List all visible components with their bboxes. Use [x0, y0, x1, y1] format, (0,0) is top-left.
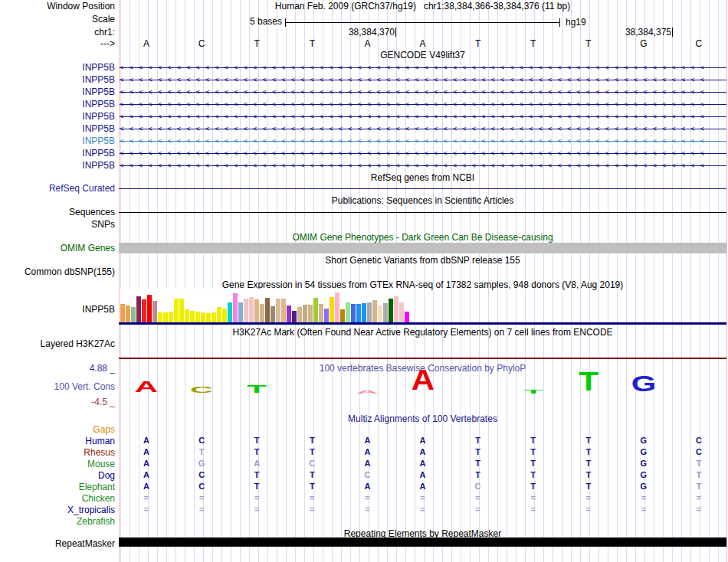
gtex-bar[interactable] — [265, 298, 270, 322]
gencode-transcript-row[interactable]: <<<<<<<<<<<<<<<<<<<<<<<<<<<<<<<<<<<<<<<<… — [120, 87, 726, 97]
sequences-feature-line[interactable] — [119, 212, 726, 213]
gtex-bar[interactable] — [313, 298, 318, 322]
gtex-bar[interactable] — [163, 312, 168, 322]
gtex-bar[interactable] — [362, 303, 366, 322]
gtex-bar[interactable] — [378, 306, 382, 322]
gtex-baseline[interactable] — [119, 322, 726, 325]
gtex-bar[interactable] — [389, 299, 393, 322]
gtex-bar[interactable] — [238, 302, 243, 322]
gtex-bar[interactable] — [340, 309, 345, 322]
gtex-bar[interactable] — [271, 306, 275, 322]
omim-gene-bar[interactable] — [119, 243, 726, 253]
multiz-species-label[interactable]: Human — [0, 436, 115, 446]
gencode-transcript-label[interactable]: INPP5B — [0, 75, 115, 85]
gtex-bar[interactable] — [142, 299, 146, 322]
gtex-bar[interactable] — [346, 302, 350, 322]
gtex-bar[interactable] — [179, 299, 184, 322]
base-letter: G — [628, 39, 659, 49]
refseq-gene-line[interactable] — [119, 188, 726, 189]
gtex-bar[interactable] — [254, 299, 259, 322]
gtex-bar[interactable] — [292, 311, 297, 322]
gtex-bar[interactable] — [330, 297, 334, 322]
gencode-transcript-row[interactable]: <<<<<<<<<<<<<<<<<<<<<<<<<<<<<<<<<<<<<<<<… — [120, 136, 726, 146]
gencode-transcript-label[interactable]: INPP5B — [0, 149, 115, 158]
dbsnp-track-label[interactable]: Common dbSNP(155) — [0, 267, 115, 277]
gtex-bar[interactable] — [185, 309, 189, 322]
gtex-bar[interactable] — [249, 297, 254, 322]
gtex-bar[interactable] — [217, 307, 221, 322]
multiz-species-label[interactable]: Dog — [0, 471, 115, 481]
gtex-bar[interactable] — [260, 304, 264, 322]
gtex-bar[interactable] — [405, 312, 409, 322]
repeatmasker-track-label[interactable]: RepeatMasker — [0, 539, 115, 549]
gtex-bar-chart[interactable] — [120, 289, 412, 322]
gtex-bar[interactable] — [195, 312, 200, 322]
gencode-transcript-label[interactable]: INPP5B — [0, 136, 115, 146]
gtex-bar[interactable] — [120, 304, 125, 322]
gencode-transcript-label[interactable]: INPP5B — [0, 124, 115, 134]
gencode-transcript-row[interactable]: <<<<<<<<<<<<<<<<<<<<<<<<<<<<<<<<<<<<<<<<… — [120, 149, 726, 158]
gencode-transcript-label[interactable]: INPP5B — [0, 112, 115, 122]
gtex-bar[interactable] — [152, 301, 157, 322]
gencode-transcript-row[interactable]: <<<<<<<<<<<<<<<<<<<<<<<<<<<<<<<<<<<<<<<<… — [120, 100, 726, 109]
gtex-bar[interactable] — [297, 307, 302, 322]
multiz-species-label[interactable]: Zebrafish — [0, 517, 115, 527]
gencode-transcript-label[interactable]: INPP5B — [0, 161, 115, 171]
gencode-transcript-row[interactable]: <<<<<<<<<<<<<<<<<<<<<<<<<<<<<<<<<<<<<<<<… — [120, 161, 726, 171]
gtex-bar[interactable] — [356, 304, 361, 322]
gencode-transcript-label[interactable]: INPP5B — [0, 100, 115, 109]
h3k27ac-baseline[interactable] — [119, 358, 726, 359]
gtex-bar[interactable] — [244, 299, 248, 322]
gtex-bar[interactable] — [287, 306, 291, 322]
gtex-bar[interactable] — [206, 313, 211, 322]
gtex-bar[interactable] — [367, 302, 372, 322]
h3k27ac-track-label[interactable]: Layered H3K27Ac — [0, 339, 115, 349]
gtex-bar[interactable] — [126, 306, 130, 322]
gtex-bar[interactable] — [281, 299, 286, 322]
repeatmasker-bar[interactable] — [119, 537, 726, 547]
gtex-bar[interactable] — [303, 305, 307, 322]
multiz-species-label[interactable]: Elephant — [0, 482, 115, 492]
gtex-bar[interactable] — [324, 309, 329, 322]
gtex-bar[interactable] — [383, 303, 388, 322]
gencode-transcript-row[interactable]: <<<<<<<<<<<<<<<<<<<<<<<<<<<<<<<<<<<<<<<<… — [120, 112, 726, 122]
gtex-bar[interactable] — [201, 312, 205, 322]
gtex-bar[interactable] — [399, 302, 404, 322]
snps-track-label[interactable]: SNPs — [0, 220, 115, 230]
gtex-bar[interactable] — [372, 300, 377, 322]
multiz-species-label[interactable]: Rhesus — [0, 448, 115, 458]
gtex-bar[interactable] — [394, 296, 398, 322]
genome-browser-image[interactable]: Window Position Human Feb. 2009 (GRCh37/… — [0, 0, 728, 562]
alignment-cell: A — [408, 436, 438, 446]
multiz-species-label[interactable]: X_tropicalis — [0, 505, 115, 515]
gtex-bar[interactable] — [233, 293, 238, 322]
gencode-transcript-label[interactable]: INPP5B — [0, 63, 115, 73]
gencode-transcript-row[interactable]: <<<<<<<<<<<<<<<<<<<<<<<<<<<<<<<<<<<<<<<<… — [120, 75, 726, 85]
refseq-track-label[interactable]: RefSeq Curated — [0, 184, 115, 194]
gtex-bar[interactable] — [276, 299, 280, 322]
gtex-bar[interactable] — [158, 312, 162, 322]
sequences-track-label[interactable]: Sequences — [0, 207, 115, 217]
gtex-bar[interactable] — [190, 311, 195, 322]
gtex-bar[interactable] — [131, 307, 136, 322]
gtex-bar[interactable] — [228, 302, 232, 322]
gtex-gene-label[interactable]: INPP5B — [0, 305, 115, 315]
omim-track-label[interactable]: OMIM Genes — [0, 243, 115, 253]
gtex-bar[interactable] — [136, 296, 141, 322]
gencode-transcript-label[interactable]: INPP5B — [0, 87, 115, 97]
multiz-species-label[interactable]: Chicken — [0, 494, 115, 504]
gtex-bar[interactable] — [222, 309, 227, 322]
multiz-species-label[interactable]: Gaps — [0, 425, 115, 435]
gtex-bar[interactable] — [335, 292, 339, 322]
gtex-bar[interactable] — [212, 312, 216, 322]
gencode-transcript-row[interactable]: <<<<<<<<<<<<<<<<<<<<<<<<<<<<<<<<<<<<<<<<… — [120, 63, 726, 73]
gencode-transcript-row[interactable]: <<<<<<<<<<<<<<<<<<<<<<<<<<<<<<<<<<<<<<<<… — [120, 124, 726, 134]
gtex-bar[interactable] — [169, 312, 173, 322]
gtex-bar[interactable] — [351, 304, 356, 322]
gtex-bar[interactable] — [308, 305, 313, 322]
gtex-bar[interactable] — [319, 304, 323, 322]
multiz-species-label[interactable]: Mouse — [0, 459, 115, 469]
cons-track-label[interactable]: 100 Vert. Cons — [0, 382, 115, 392]
gtex-bar[interactable] — [147, 295, 152, 322]
gtex-bar[interactable] — [174, 299, 179, 322]
